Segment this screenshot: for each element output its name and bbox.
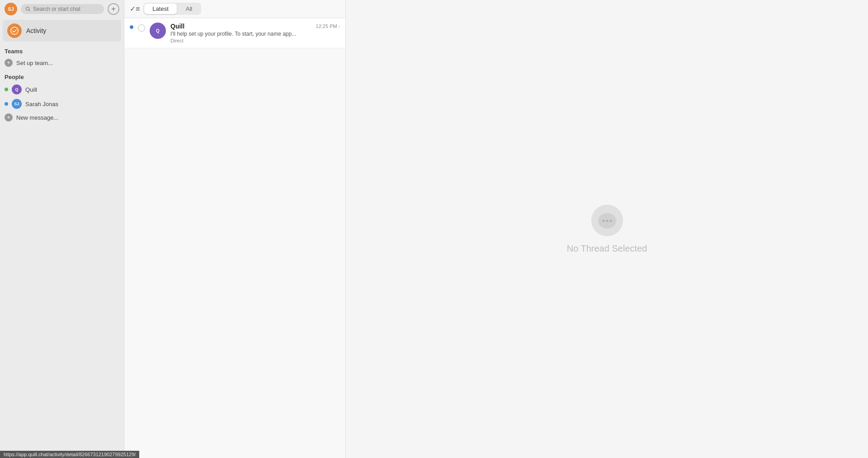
message-preview: I'll help set up your profile. To start,… — [170, 31, 340, 37]
sidebar-header: SJ Search or start chat + — [0, 0, 124, 18]
main-panel: ✓≡ Latest All Q Quill 12:25 PM — [124, 0, 868, 458]
chevron-right-icon: › — [339, 24, 340, 29]
status-bar: https://app.quill.chat/activity/detail/8… — [0, 451, 139, 458]
filter-icon[interactable]: ✓≡ — [130, 5, 140, 13]
svg-point-9 — [609, 220, 612, 222]
activity-label: Activity — [26, 27, 46, 34]
people-section-title: People — [0, 69, 124, 82]
tab-all[interactable]: All — [178, 4, 200, 14]
message-avatar: Q — [150, 23, 166, 39]
message-time: 12:25 PM › — [316, 23, 340, 29]
set-up-team-label: Set up team... — [16, 60, 53, 66]
sidebar-item-quill[interactable]: Q Quill — [0, 82, 124, 97]
teams-section-title: Teams — [0, 43, 124, 56]
svg-point-8 — [606, 220, 608, 222]
feed-header: ✓≡ Latest All — [124, 0, 345, 18]
svg-point-2 — [11, 27, 18, 34]
sarah-avatar: SJ — [12, 99, 22, 109]
message-header: Quill 12:25 PM › — [170, 23, 340, 30]
no-thread-icon — [591, 205, 623, 236]
message-item[interactable]: Q Quill 12:25 PM › I'll help set up your… — [124, 18, 345, 48]
quill-name: Quill — [25, 86, 37, 93]
message-checkbox[interactable] — [138, 24, 145, 32]
sidebar-item-sarah[interactable]: SJ Sarah Jonas — [0, 97, 124, 111]
new-message-label: New message... — [16, 114, 58, 121]
search-placeholder-text: Search or start chat — [33, 6, 80, 12]
set-up-team-item[interactable]: + Set up team... — [0, 56, 124, 69]
activity-nav-item[interactable]: Activity — [3, 20, 121, 42]
unread-indicator — [130, 25, 133, 29]
message-sender: Quill — [170, 23, 184, 30]
no-thread-text: No Thread Selected — [567, 243, 647, 254]
plus-icon: + — [5, 59, 13, 67]
quill-avatar: Q — [12, 84, 22, 94]
message-tag: Direct — [170, 38, 340, 43]
svg-line-1 — [29, 10, 30, 11]
new-message-plus-icon: + — [5, 113, 13, 122]
svg-text:Q: Q — [156, 28, 160, 33]
new-message-item[interactable]: + New message... — [0, 111, 124, 124]
search-icon — [25, 6, 31, 12]
tab-group: Latest All — [143, 3, 201, 15]
search-box[interactable]: Search or start chat — [21, 4, 104, 14]
sidebar: SJ Search or start chat + Activity Teams… — [0, 0, 124, 458]
user-avatar[interactable]: SJ — [5, 3, 17, 15]
right-panel: No Thread Selected — [346, 0, 868, 458]
activity-feed: ✓≡ Latest All Q Quill 12:25 PM — [124, 0, 346, 458]
new-chat-button[interactable]: + — [108, 3, 119, 15]
svg-point-7 — [602, 220, 604, 222]
tab-latest[interactable]: Latest — [144, 4, 176, 14]
message-content: Quill 12:25 PM › I'll help set up your p… — [170, 23, 340, 43]
online-status-dot — [5, 88, 8, 91]
online-status-dot-sarah — [5, 102, 8, 106]
sarah-name: Sarah Jonas — [25, 101, 58, 107]
activity-icon — [7, 23, 22, 38]
